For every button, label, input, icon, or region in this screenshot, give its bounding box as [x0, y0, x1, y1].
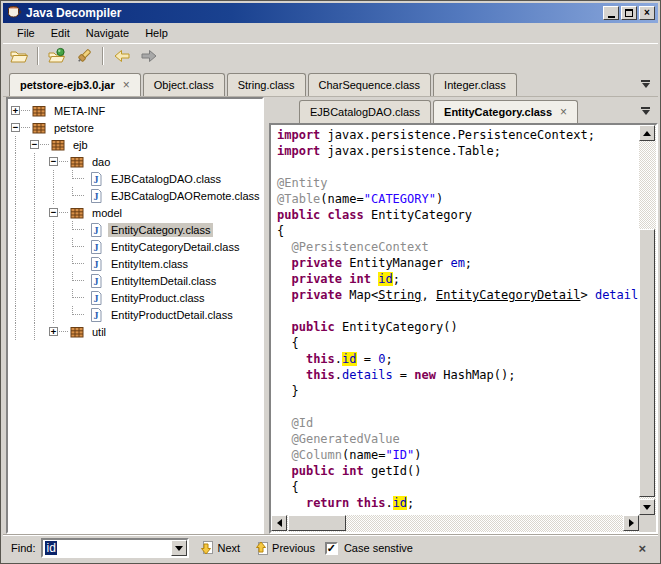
tree-item[interactable]: −ejb: [11, 136, 262, 153]
menu-navigate[interactable]: Navigate: [78, 25, 137, 41]
source-code[interactable]: import javax.persistence.PersistenceCont…: [271, 125, 639, 515]
editor-tab[interactable]: EntityCategory.class×: [433, 100, 578, 123]
find-close-icon[interactable]: ×: [636, 541, 648, 556]
tree-indent-guide: [30, 306, 49, 323]
code-token: {: [277, 224, 284, 238]
main-tab[interactable]: String.class: [227, 73, 306, 96]
code-token: }: [277, 384, 299, 398]
tree-item[interactable]: JEJBCatalogDAORemote.class: [11, 187, 262, 204]
svg-text:J: J: [94, 310, 99, 321]
case-sensitive-checkbox[interactable]: ✓: [325, 542, 338, 555]
tree-indent-guide: [49, 187, 68, 204]
code-token: .: [385, 496, 392, 510]
scrollbar-corner: [639, 515, 656, 532]
tree-item[interactable]: JEntityItemDetail.class: [11, 272, 262, 289]
tab-overflow-chevron-icon[interactable]: [641, 80, 650, 88]
tree-connector: [68, 255, 87, 272]
menu-edit[interactable]: Edit: [43, 25, 78, 41]
menu-file[interactable]: File: [9, 25, 43, 41]
find-next-button[interactable]: Next: [195, 539, 244, 557]
package-icon: [50, 137, 66, 153]
class-file-icon: J: [88, 307, 104, 323]
find-bar: Find: id Next Previous ✓ Case senstive ×: [3, 534, 658, 561]
search-icon: [74, 46, 94, 66]
tree-indent-guide: [11, 187, 30, 204]
main-tab[interactable]: petstore-ejb3.0.jar×: [9, 73, 141, 96]
code-line: [277, 400, 639, 416]
tree-item[interactable]: JEJBCatalogDAO.class: [11, 170, 262, 187]
code-token: javax.persistence.Table;: [320, 144, 501, 158]
open-type-button[interactable]: [45, 45, 69, 67]
type-link[interactable]: EntityCategoryDetail: [436, 288, 581, 302]
find-history-dropdown-button[interactable]: [171, 540, 187, 556]
tree-connector: [68, 289, 87, 306]
scroll-left-button[interactable]: [271, 515, 287, 531]
tree-indent-guide: [49, 272, 68, 289]
collapse-minus-icon[interactable]: −: [49, 208, 58, 217]
tab-close-icon[interactable]: ×: [560, 106, 567, 118]
tab-close-icon[interactable]: ×: [123, 79, 130, 91]
left-arrow-icon: [277, 519, 282, 527]
tree-item[interactable]: −petstore: [11, 119, 262, 136]
tree-item-label: util: [89, 325, 109, 339]
package-icon: [31, 120, 47, 136]
search-button[interactable]: [72, 45, 96, 67]
tree-item[interactable]: JEntityCategoryDetail.class: [11, 238, 262, 255]
tree-item[interactable]: JEntityItem.class: [11, 255, 262, 272]
type-link[interactable]: String: [378, 288, 421, 302]
class-file-icon: J: [88, 222, 104, 238]
tree-item[interactable]: JEntityCategory.class: [11, 221, 262, 238]
tree-item[interactable]: JEntityProduct.class: [11, 289, 262, 306]
code-line: [277, 304, 639, 320]
open-file-button[interactable]: [7, 45, 31, 67]
tree-item[interactable]: −model: [11, 204, 262, 221]
menu-help[interactable]: Help: [137, 25, 176, 41]
expand-plus-icon[interactable]: +: [49, 327, 58, 336]
tree-item[interactable]: +util: [11, 323, 262, 340]
scroll-down-button[interactable]: [639, 499, 655, 515]
forward-button[interactable]: [137, 45, 161, 67]
find-previous-button[interactable]: Previous: [250, 539, 319, 557]
collapse-minus-icon[interactable]: −: [30, 140, 39, 149]
tree-item[interactable]: −dao: [11, 153, 262, 170]
package-tree-panel: +META-INF−petstore−ejb−daoJEJBCatalogDAO…: [6, 97, 264, 534]
code-token: [277, 352, 306, 366]
expand-plus-icon[interactable]: +: [11, 106, 20, 115]
close-button[interactable]: ×: [639, 6, 655, 20]
editor-tab-overflow-chevron-icon[interactable]: [641, 107, 650, 115]
package-icon: [69, 324, 85, 340]
find-input[interactable]: id: [41, 538, 189, 558]
right-arrow-icon: [629, 519, 634, 527]
app-window: Java Decompiler × FileEditNavigateHelp: [0, 0, 661, 564]
code-token: Map<: [342, 288, 378, 302]
tree-indent-guide: [30, 255, 49, 272]
maximize-button[interactable]: [621, 6, 637, 20]
minimize-button[interactable]: [603, 6, 619, 20]
main-tab[interactable]: Object.class: [143, 73, 225, 96]
collapse-minus-icon[interactable]: −: [11, 123, 20, 132]
main-tab-label: CharSequence.class: [319, 79, 421, 91]
svg-text:J: J: [94, 276, 99, 287]
editor-tab[interactable]: EJBCatalogDAO.class: [299, 100, 431, 123]
scroll-right-button[interactable]: [623, 515, 639, 531]
tree-indent-guide: [11, 221, 30, 238]
horizontal-scrollbar[interactable]: [271, 515, 639, 532]
tree-indent-guide: [49, 289, 68, 306]
vertical-scroll-thumb[interactable]: [639, 229, 655, 497]
code-token: @GeneratedValue: [291, 432, 399, 446]
scroll-up-button[interactable]: [639, 125, 655, 141]
tree-item-label: EntityCategoryDetail.class: [108, 240, 242, 254]
class-file-icon: J: [88, 188, 104, 204]
code-token: (name=: [342, 448, 385, 462]
tree-item[interactable]: JEntityProductDetail.class: [11, 306, 262, 323]
horizontal-scroll-thumb[interactable]: [288, 515, 346, 531]
find-input-value: id: [45, 541, 56, 555]
main-tab[interactable]: Integer.class: [433, 73, 517, 96]
tree-item[interactable]: +META-INF: [11, 102, 262, 119]
code-token: ;: [393, 272, 400, 286]
back-button[interactable]: [110, 45, 134, 67]
tree-indent-guide: [49, 238, 68, 255]
collapse-minus-icon[interactable]: −: [49, 157, 58, 166]
main-tab[interactable]: CharSequence.class: [308, 73, 432, 96]
vertical-scrollbar[interactable]: [639, 125, 656, 515]
